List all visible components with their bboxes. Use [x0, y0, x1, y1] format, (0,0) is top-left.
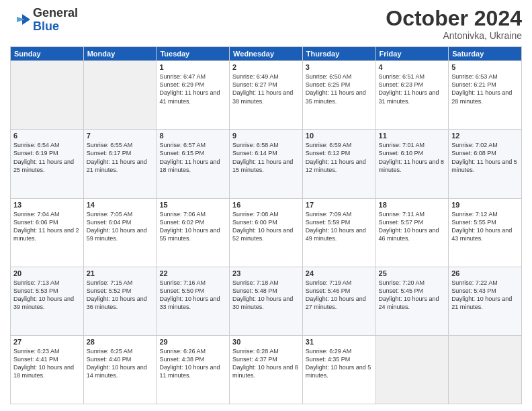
calendar-week-row: 27 Sunrise: 6:23 AMSunset: 4:41 PMDaylig… [11, 335, 522, 404]
calendar-day-cell: 8 Sunrise: 6:57 AMSunset: 6:15 PMDayligh… [157, 130, 230, 198]
calendar-day-cell: 3 Sunrise: 6:50 AMSunset: 6:25 PMDayligh… [302, 61, 375, 130]
day-number: 6 [13, 132, 81, 140]
calendar-day-cell: 14 Sunrise: 7:05 AMSunset: 6:04 PMDaylig… [83, 198, 157, 267]
calendar-day-cell: 7 Sunrise: 6:55 AMSunset: 6:17 PMDayligh… [83, 130, 157, 198]
calendar-day-cell [83, 61, 157, 130]
day-number: 28 [87, 338, 154, 346]
day-number: 22 [159, 269, 226, 277]
day-info: Sunrise: 7:11 AMSunset: 5:57 PMDaylight:… [379, 210, 446, 243]
day-number: 14 [87, 201, 154, 209]
day-info: Sunrise: 6:58 AMSunset: 6:14 PMDaylight:… [232, 141, 300, 174]
day-number: 26 [451, 269, 519, 277]
calendar-day-cell: 1 Sunrise: 6:47 AMSunset: 6:29 PMDayligh… [157, 61, 230, 130]
page-header: General Blue October 2024 Antonivka, Ukr… [10, 7, 522, 41]
calendar-table: SundayMondayTuesdayWednesdayThursdayFrid… [10, 46, 522, 404]
calendar-day-cell: 23 Sunrise: 7:18 AMSunset: 5:48 PMDaylig… [230, 267, 303, 335]
calendar-day-cell: 20 Sunrise: 7:13 AMSunset: 5:53 PMDaylig… [11, 267, 84, 335]
day-number: 25 [379, 269, 446, 277]
calendar-day-cell: 22 Sunrise: 7:16 AMSunset: 5:50 PMDaylig… [157, 267, 230, 335]
day-number: 19 [451, 201, 519, 209]
calendar-day-cell: 15 Sunrise: 7:06 AMSunset: 6:02 PMDaylig… [157, 198, 230, 267]
calendar-day-cell: 30 Sunrise: 6:28 AMSunset: 4:37 PMDaylig… [230, 335, 303, 404]
logo-blue: Blue [33, 19, 59, 33]
day-number: 7 [87, 132, 154, 140]
weekday-header: Wednesday [230, 47, 303, 61]
calendar-day-cell: 26 Sunrise: 7:22 AMSunset: 5:43 PMDaylig… [449, 267, 522, 335]
day-number: 18 [379, 201, 446, 209]
calendar-day-cell: 4 Sunrise: 6:51 AMSunset: 6:23 PMDayligh… [375, 61, 449, 130]
calendar-day-cell: 25 Sunrise: 7:20 AMSunset: 5:45 PMDaylig… [375, 267, 449, 335]
calendar-day-cell: 21 Sunrise: 7:15 AMSunset: 5:52 PMDaylig… [83, 267, 157, 335]
day-number: 15 [159, 201, 226, 209]
day-number: 4 [379, 63, 446, 71]
logo: General Blue [10, 7, 78, 34]
calendar-day-cell: 5 Sunrise: 6:53 AMSunset: 6:21 PMDayligh… [449, 61, 522, 130]
day-number: 2 [232, 63, 300, 71]
calendar-day-cell: 10 Sunrise: 6:59 AMSunset: 6:12 PMDaylig… [302, 130, 375, 198]
day-info: Sunrise: 6:50 AMSunset: 6:25 PMDaylight:… [306, 73, 373, 105]
day-number: 13 [13, 201, 81, 209]
calendar-day-cell: 6 Sunrise: 6:54 AMSunset: 6:19 PMDayligh… [11, 130, 84, 198]
day-info: Sunrise: 6:51 AMSunset: 6:23 PMDaylight:… [379, 73, 446, 105]
day-info: Sunrise: 7:09 AMSunset: 5:59 PMDaylight:… [306, 210, 373, 243]
calendar-day-cell: 27 Sunrise: 6:23 AMSunset: 4:41 PMDaylig… [11, 335, 84, 404]
calendar-day-cell: 19 Sunrise: 7:12 AMSunset: 5:55 PMDaylig… [449, 198, 522, 267]
day-number: 8 [159, 132, 226, 140]
calendar-week-row: 13 Sunrise: 7:04 AMSunset: 6:06 PMDaylig… [11, 198, 522, 267]
calendar-day-cell: 11 Sunrise: 7:01 AMSunset: 6:10 PMDaylig… [375, 130, 449, 198]
day-number: 23 [232, 269, 300, 277]
day-number: 21 [87, 269, 154, 277]
day-info: Sunrise: 6:23 AMSunset: 4:41 PMDaylight:… [13, 347, 81, 380]
day-number: 24 [306, 269, 373, 277]
day-number: 17 [306, 201, 373, 209]
weekday-header: Sunday [11, 47, 84, 61]
day-number: 31 [306, 338, 373, 346]
day-info: Sunrise: 7:06 AMSunset: 6:02 PMDaylight:… [159, 210, 226, 243]
calendar-day-cell [11, 61, 84, 130]
day-info: Sunrise: 7:01 AMSunset: 6:10 PMDaylight:… [379, 141, 446, 174]
day-info: Sunrise: 7:05 AMSunset: 6:04 PMDaylight:… [87, 210, 154, 243]
day-number: 16 [232, 201, 300, 209]
day-number: 3 [306, 63, 373, 71]
day-info: Sunrise: 7:08 AMSunset: 6:00 PMDaylight:… [232, 210, 300, 243]
calendar-day-cell: 28 Sunrise: 6:25 AMSunset: 4:40 PMDaylig… [83, 335, 157, 404]
weekday-header: Friday [375, 47, 449, 61]
day-info: Sunrise: 6:28 AMSunset: 4:37 PMDaylight:… [232, 347, 300, 380]
calendar-week-row: 20 Sunrise: 7:13 AMSunset: 5:53 PMDaylig… [11, 267, 522, 335]
day-info: Sunrise: 6:57 AMSunset: 6:15 PMDaylight:… [159, 141, 226, 174]
calendar-day-cell [375, 335, 449, 404]
day-info: Sunrise: 7:13 AMSunset: 5:53 PMDaylight:… [13, 279, 81, 312]
day-number: 20 [13, 269, 81, 277]
calendar-week-row: 1 Sunrise: 6:47 AMSunset: 6:29 PMDayligh… [11, 61, 522, 130]
day-info: Sunrise: 7:02 AMSunset: 6:08 PMDaylight:… [451, 141, 519, 174]
month-title: October 2024 [386, 7, 522, 30]
day-info: Sunrise: 7:20 AMSunset: 5:45 PMDaylight:… [379, 279, 446, 312]
calendar-day-cell: 12 Sunrise: 7:02 AMSunset: 6:08 PMDaylig… [449, 130, 522, 198]
day-number: 1 [159, 63, 226, 71]
calendar-day-cell: 13 Sunrise: 7:04 AMSunset: 6:06 PMDaylig… [11, 198, 84, 267]
day-info: Sunrise: 6:54 AMSunset: 6:19 PMDaylight:… [13, 141, 81, 174]
weekday-header: Saturday [449, 47, 522, 61]
calendar-day-cell: 29 Sunrise: 6:26 AMSunset: 4:38 PMDaylig… [157, 335, 230, 404]
logo-icon [10, 13, 30, 28]
logo-general: General [33, 6, 78, 19]
weekday-header: Tuesday [157, 47, 230, 61]
day-number: 12 [451, 132, 519, 140]
day-number: 29 [159, 338, 226, 346]
location-subtitle: Antonivka, Ukraine [386, 30, 522, 41]
day-info: Sunrise: 7:22 AMSunset: 5:43 PMDaylight:… [451, 279, 519, 312]
day-info: Sunrise: 7:18 AMSunset: 5:48 PMDaylight:… [232, 279, 300, 312]
calendar-day-cell: 18 Sunrise: 7:11 AMSunset: 5:57 PMDaylig… [375, 198, 449, 267]
day-info: Sunrise: 7:15 AMSunset: 5:52 PMDaylight:… [87, 279, 154, 312]
day-number: 5 [451, 63, 519, 71]
day-info: Sunrise: 7:16 AMSunset: 5:50 PMDaylight:… [159, 279, 226, 312]
day-info: Sunrise: 7:04 AMSunset: 6:06 PMDaylight:… [13, 210, 81, 243]
day-number: 9 [232, 132, 300, 140]
day-info: Sunrise: 6:59 AMSunset: 6:12 PMDaylight:… [306, 141, 373, 174]
day-info: Sunrise: 6:26 AMSunset: 4:38 PMDaylight:… [159, 347, 226, 380]
day-info: Sunrise: 6:49 AMSunset: 6:27 PMDaylight:… [232, 73, 300, 105]
calendar-day-cell [449, 335, 522, 404]
title-section: October 2024 Antonivka, Ukraine [386, 7, 522, 41]
day-info: Sunrise: 6:55 AMSunset: 6:17 PMDaylight:… [87, 141, 154, 174]
day-number: 30 [232, 338, 300, 346]
